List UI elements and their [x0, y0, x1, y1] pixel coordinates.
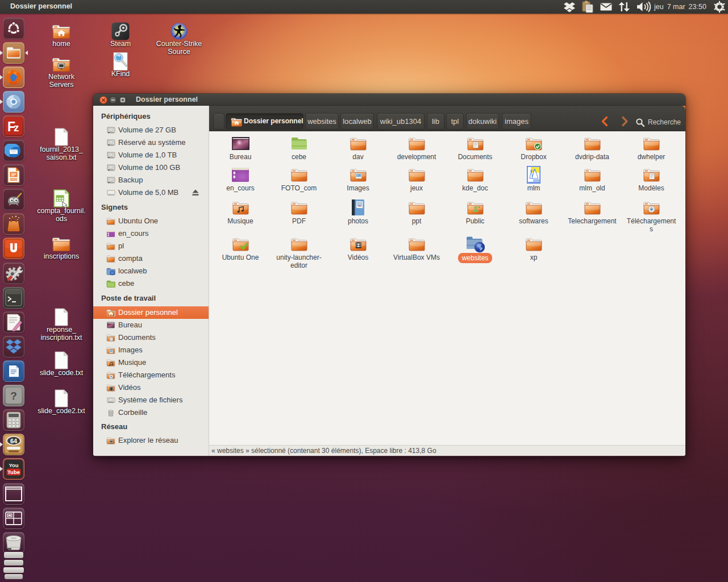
svg-text:64: 64 — [10, 438, 18, 444]
svg-text:?: ? — [10, 390, 17, 402]
svg-text:z: z — [14, 122, 19, 134]
svg-text:Tube: Tube — [7, 469, 20, 475]
svg-text:You: You — [9, 462, 18, 468]
